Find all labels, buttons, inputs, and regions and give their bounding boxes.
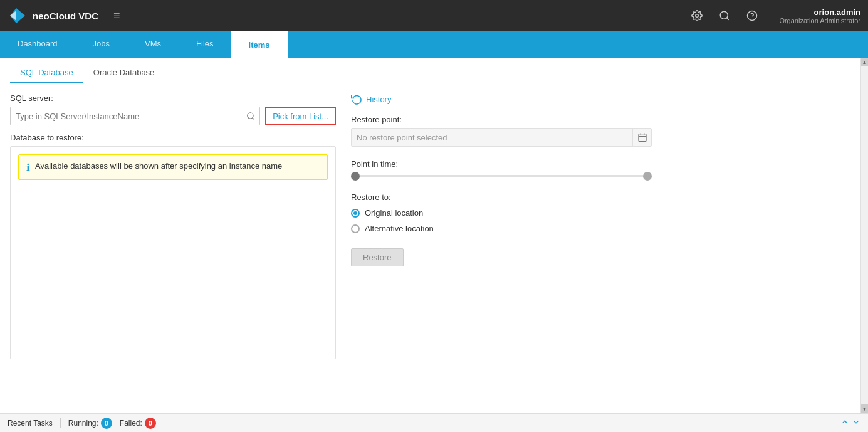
- history-button[interactable]: History: [351, 93, 850, 105]
- svg-line-4: [727, 18, 729, 19]
- menu-icon[interactable]: ≡: [108, 7, 125, 25]
- scrollbar: ▲ ▼: [860, 58, 868, 413]
- svg-point-2: [696, 14, 699, 18]
- topbar: neoCloud VDC ≡ orion.admin Organ: [0, 0, 868, 31]
- db-restore-label: Database to restore:: [10, 133, 336, 142]
- sql-server-row: Pick from List...: [10, 107, 336, 125]
- running-badge: Running: 0: [68, 418, 112, 429]
- running-label: Running:: [68, 419, 98, 428]
- failed-label: Failed:: [120, 419, 142, 428]
- sql-server-input[interactable]: [11, 112, 242, 121]
- info-icon: ℹ: [26, 162, 30, 173]
- point-in-time-slider[interactable]: [351, 175, 652, 177]
- subtab-sql-database[interactable]: SQL Database: [10, 63, 83, 83]
- settings-button[interactable]: [686, 4, 708, 27]
- left-panel: SQL server: Pick from List... Database: [10, 93, 336, 403]
- topbar-actions: orion.admin Organization Administrator: [686, 4, 860, 27]
- db-restore-box: ℹ Available databases will be shown afte…: [10, 146, 336, 359]
- svg-point-7: [248, 113, 253, 119]
- radio-original-location[interactable]: Original location: [351, 208, 850, 218]
- tab-files[interactable]: Files: [179, 31, 231, 58]
- point-in-time-section: Point in time:: [351, 159, 850, 177]
- failed-count: 0: [145, 418, 156, 429]
- app-logo: neoCloud VDC: [8, 6, 98, 26]
- recent-tasks-label: Recent Tasks: [8, 419, 53, 428]
- scroll-body: [861, 66, 868, 404]
- slider-thumb-right[interactable]: [643, 172, 652, 181]
- sql-server-input-wrap: [10, 107, 260, 125]
- tab-vms[interactable]: VMs: [127, 31, 179, 58]
- subtab-oracle-database[interactable]: Oracle Database: [83, 63, 165, 83]
- svg-point-3: [721, 11, 728, 19]
- search-button[interactable]: [713, 4, 736, 27]
- history-label: History: [366, 95, 391, 104]
- statusbar-expand-icon[interactable]: [840, 418, 860, 429]
- statusbar-divider: [60, 418, 61, 428]
- slider-thumb-left[interactable]: [351, 172, 360, 181]
- radio-original-circle: [351, 209, 360, 218]
- scroll-up-button[interactable]: ▲: [861, 58, 868, 66]
- restore-to-label: Restore to:: [351, 192, 850, 202]
- right-panel: History Restore point: No restore point …: [336, 93, 850, 403]
- tab-dashboard[interactable]: Dashboard: [0, 31, 75, 58]
- statusbar: Recent Tasks Running: 0 Failed: 0: [0, 413, 868, 432]
- radio-original-label: Original location: [365, 208, 423, 218]
- topbar-divider: [771, 7, 771, 24]
- username: orion.admin: [779, 8, 860, 17]
- tab-items[interactable]: Items: [231, 31, 288, 58]
- history-icon: [351, 93, 362, 105]
- running-count: 0: [101, 418, 112, 429]
- app-name: neoCloud VDC: [33, 11, 98, 21]
- main-content: SQL Database Oracle Database SQL server:: [0, 58, 860, 413]
- subtabs: SQL Database Oracle Database: [0, 58, 860, 83]
- radio-alternative-label: Alternative location: [365, 224, 434, 233]
- restore-point-placeholder: No restore point selected: [352, 133, 632, 142]
- restore-point-input: No restore point selected: [351, 128, 652, 147]
- app-logo-icon: [8, 6, 28, 26]
- restore-to-radio-group: Original location Alternative location: [351, 206, 850, 233]
- main-navigation: Dashboard Jobs VMs Files Items: [0, 31, 868, 58]
- svg-line-8: [253, 118, 254, 120]
- failed-badge: Failed: 0: [120, 418, 156, 429]
- point-in-time-label: Point in time:: [351, 159, 850, 169]
- radio-alternative-location[interactable]: Alternative location: [351, 224, 850, 233]
- radio-alternative-circle: [351, 224, 360, 233]
- slider-track: [351, 175, 652, 177]
- main-scroll-area: SQL Database Oracle Database SQL server:: [0, 58, 868, 413]
- info-message: ℹ Available databases will be shown afte…: [18, 154, 328, 180]
- restore-button[interactable]: Restore: [351, 248, 404, 266]
- user-menu[interactable]: orion.admin Organization Administrator: [779, 8, 860, 24]
- tab-jobs[interactable]: Jobs: [75, 31, 127, 58]
- user-role: Organization Administrator: [779, 17, 860, 24]
- svg-rect-9: [639, 134, 646, 142]
- restore-point-section: Restore point: No restore point selected: [351, 115, 850, 147]
- restore-to-section: Restore to: Original location Alternativ…: [351, 192, 850, 233]
- info-text: Available databases will be shown after …: [35, 161, 282, 171]
- sql-server-label: SQL server:: [10, 93, 336, 103]
- content-area: SQL server: Pick from List... Database: [0, 83, 860, 413]
- pick-from-list-button[interactable]: Pick from List...: [265, 107, 336, 125]
- restore-point-label: Restore point:: [351, 115, 850, 124]
- search-icon[interactable]: [242, 107, 259, 125]
- calendar-icon[interactable]: [632, 128, 651, 147]
- help-button[interactable]: [741, 4, 763, 27]
- scroll-down-button[interactable]: ▼: [861, 404, 868, 413]
